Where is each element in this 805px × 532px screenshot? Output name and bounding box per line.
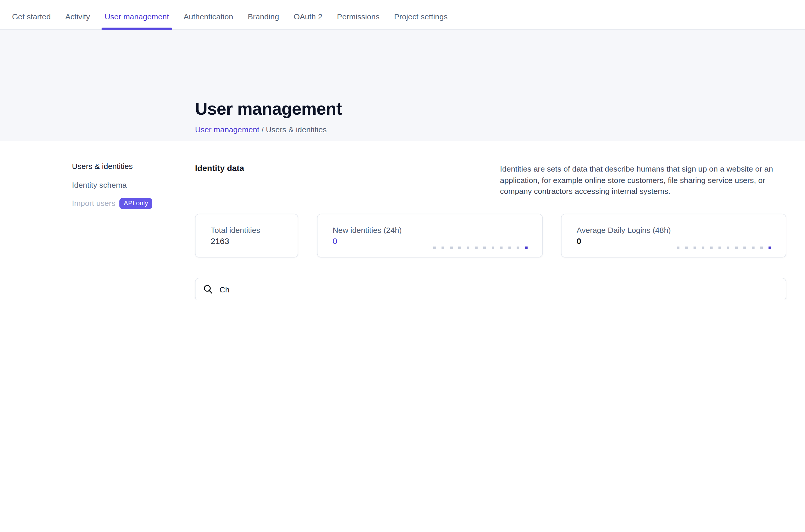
search-icon [203,284,213,295]
tab-user-management[interactable]: User management [103,3,170,29]
section-description: Identities are sets of data that describ… [500,163,784,197]
page-title: User management [195,99,342,119]
section-heading: Identity data [195,164,244,173]
breadcrumb: User management / Users & identities [195,125,327,134]
tab-get-started[interactable]: Get started [11,3,53,29]
tab-project-settings[interactable]: Project settings [393,3,449,29]
stat-label: New identities (24h) [333,226,527,235]
stat-card-total-identities: Total identities 2163 [195,214,298,258]
sparkline [677,247,771,249]
stat-value: 0 [333,237,527,246]
sidebar-item-import-users-label: Import users [72,198,115,207]
stat-card-average-daily-logins: Average Daily Logins (48h) 0 [561,214,786,258]
tab-branding[interactable]: Branding [246,3,280,29]
breadcrumb-link-user-management[interactable]: User management [195,125,259,134]
app-window: Get started Activity User management Aut… [0,0,805,300]
tab-permissions[interactable]: Permissions [335,3,381,29]
stat-label: Average Daily Logins (48h) [577,226,771,235]
search-bar [195,278,786,300]
page-header-band: User management User management / Users … [0,30,805,141]
top-nav: Get started Activity User management Aut… [0,0,805,30]
sparkline [433,247,528,249]
sidebar-item-import-users: Import usersAPI only [72,198,152,209]
sidebar-item-identity-schema[interactable]: Identity schema [72,180,127,189]
breadcrumb-separator: / [259,125,266,134]
sidebar-item-users-identities[interactable]: Users & identities [72,162,133,170]
tab-activity[interactable]: Activity [64,3,92,29]
stat-card-new-identities: New identities (24h) 0 [317,214,543,258]
search-input[interactable] [219,284,779,294]
stat-label: Total identities [211,226,282,235]
stat-value: 2163 [211,237,282,246]
tab-oauth2[interactable]: OAuth 2 [292,3,324,29]
breadcrumb-current: Users & identities [266,125,326,134]
tab-authentication[interactable]: Authentication [182,3,235,29]
stat-value: 0 [577,237,771,246]
api-only-badge: API only [120,198,152,209]
